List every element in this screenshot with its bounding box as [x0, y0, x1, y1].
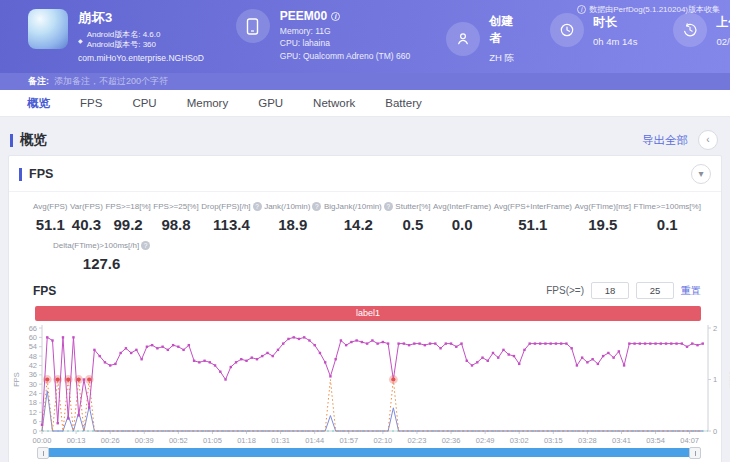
svg-text:60: 60 [29, 333, 37, 342]
metric-label: FPS>=18[%] [105, 202, 150, 211]
title-accent-bar [19, 168, 22, 181]
metric-label: Jank(/10min)? [264, 202, 321, 211]
svg-text:0: 0 [713, 427, 717, 436]
remark-input[interactable]: 备注: 添加备注，不超过200个字符 [0, 73, 730, 90]
metric-label: Drop(FPS)[/h]? [201, 202, 261, 211]
diamond-icon: ◆ [78, 37, 83, 44]
help-icon[interactable]: ? [141, 241, 150, 250]
duration-value: 0h 4m 14s [593, 36, 637, 47]
svg-text:03:02: 03:02 [510, 436, 529, 445]
metric-value: 0.5 [395, 216, 430, 233]
chart-scrollbar[interactable] [39, 447, 699, 459]
tab-memory[interactable]: Memory [172, 90, 244, 117]
svg-text:FPS: FPS [12, 372, 21, 387]
collapse-card-button[interactable]: ▾ [691, 164, 711, 184]
tab-cpu[interactable]: CPU [117, 90, 171, 117]
device-info-icon[interactable]: i [331, 12, 340, 21]
metric-label: Avg(FTime)[ms] [575, 202, 631, 211]
metric-value: 113.4 [201, 216, 261, 233]
creator-value: ZH 陈 [489, 52, 514, 65]
export-all-link[interactable]: 导出全部 [642, 133, 688, 148]
svg-text:12: 12 [29, 408, 37, 417]
fps-chart-plot[interactable]: 061218243036424854606601200:0000:1300:26… [9, 321, 730, 447]
metric-value: 14.2 [324, 216, 393, 233]
collapse-panel-button[interactable]: ‹ [698, 130, 718, 150]
svg-text:01:57: 01:57 [339, 436, 358, 445]
tab-overview[interactable]: 概览 [12, 90, 65, 117]
upload-time-value: 02/03/2021 17:51:26 [716, 36, 730, 47]
metric-avg-ftime: Avg(FTime)[ms]19.5 [575, 202, 631, 233]
scrollbar-right-handle[interactable] [689, 447, 701, 459]
upload-time-label: 上传时间 [716, 14, 730, 31]
metric-fps-ge-25: FPS>=25[%]98.8 [153, 202, 198, 233]
svg-text:54: 54 [29, 342, 37, 351]
metric-jank: Jank(/10min)?18.9 [264, 202, 321, 233]
collector-note: i 数据由PerfDog(5.1.210204)版本收集 [577, 4, 720, 15]
svg-text:18: 18 [29, 398, 37, 407]
creator-label: 创建者 [489, 13, 514, 47]
device-gpu: GPU: Qualcomm Adreno (TM) 660 [280, 51, 410, 61]
help-icon[interactable]: ? [312, 202, 321, 211]
reset-link[interactable]: 重置 [681, 284, 701, 298]
svg-text:01:44: 01:44 [305, 436, 324, 445]
perfdog-report-page: i 数据由PerfDog(5.1.210204)版本收集 崩坏3 ◆ Andro… [0, 0, 730, 462]
remark-label: 备注: [28, 75, 49, 88]
svg-text:02:23: 02:23 [408, 436, 427, 445]
tab-gpu[interactable]: GPU [243, 90, 298, 117]
chevron-down-icon: ▾ [698, 169, 703, 179]
metric-avg-interframe: Avg(InterFrame)0.0 [433, 202, 491, 233]
android-version-name: Android版本名: 4.6.0 [87, 30, 161, 40]
svg-text:04:07: 04:07 [680, 436, 699, 445]
android-version-code: Android版本号: 360 [87, 40, 161, 50]
svg-text:30: 30 [29, 380, 37, 389]
chart-annotation-band: label1 [35, 306, 701, 321]
title-accent-bar [10, 134, 13, 147]
tab-bar: 概览FPSCPUMemoryGPUNetworkBattery [0, 90, 730, 117]
metric-value: 40.3 [70, 216, 103, 233]
help-icon[interactable]: ? [384, 202, 393, 211]
tab-fps[interactable]: FPS [65, 90, 117, 117]
section-title-overview: 概览 [10, 131, 47, 149]
svg-text:02:49: 02:49 [476, 436, 495, 445]
metric-label: FPS>=25[%] [153, 202, 198, 211]
fps-metrics-row2: Delta(FTime)>100ms[/h]?127.6 [9, 233, 721, 274]
metric-value: 127.6 [53, 255, 150, 272]
metric-value: 51.1 [33, 216, 68, 233]
fps-threshold-input-1[interactable] [591, 282, 629, 299]
svg-text:1: 1 [713, 375, 717, 384]
metric-ftime-ge-100ms: FTime>=100ms[%]0.1 [634, 202, 701, 233]
app-name: 崩坏3 [78, 9, 204, 27]
metric-avg-fps-interframe: Avg(FPS+InterFrame)51.1 [494, 202, 572, 233]
svg-text:03:54: 03:54 [646, 436, 665, 445]
svg-text:02:36: 02:36 [442, 436, 461, 445]
metric-value: 18.9 [264, 216, 321, 233]
metric-label: Avg(FPS+InterFrame) [494, 202, 572, 211]
svg-text:00:00: 00:00 [33, 436, 52, 445]
metric-label: FTime>=100ms[%] [634, 202, 701, 211]
fps-threshold-input-2[interactable] [636, 282, 674, 299]
scrollbar-left-handle[interactable] [37, 447, 49, 459]
content: 概览 导出全部 ‹ FPS ▾ Avg(FPS)51.1Var(FPS)40.3… [0, 117, 730, 462]
svg-text:6: 6 [33, 417, 37, 426]
tab-network[interactable]: Network [298, 90, 370, 117]
scrollbar-track[interactable] [39, 448, 699, 457]
device-cpu: CPU: lahaina [280, 38, 410, 48]
tab-battery[interactable]: Battery [370, 90, 436, 117]
chevron-left-icon: ‹ [706, 135, 709, 145]
metric-value: 99.2 [105, 216, 150, 233]
help-icon[interactable]: ? [253, 202, 262, 211]
fps-metrics-row1: Avg(FPS)51.1Var(FPS)40.3FPS>=18[%]99.2FP… [9, 192, 721, 233]
svg-text:00:52: 00:52 [169, 436, 188, 445]
fps-chart[interactable]: 061218243036424854606601200:0000:1300:26… [9, 321, 721, 447]
metric-value: 98.8 [153, 216, 198, 233]
svg-text:24: 24 [29, 389, 37, 398]
device-memory: Memory: 11G [280, 26, 410, 36]
svg-text:36: 36 [29, 370, 37, 379]
metric-value: 51.1 [494, 216, 572, 233]
svg-text:01:05: 01:05 [203, 436, 222, 445]
section-title-text: 概览 [20, 131, 47, 149]
user-icon [446, 22, 480, 56]
metric-avg-fps: Avg(FPS)51.1 [33, 202, 68, 233]
svg-text:0: 0 [33, 427, 37, 436]
svg-text:00:13: 00:13 [67, 436, 86, 445]
